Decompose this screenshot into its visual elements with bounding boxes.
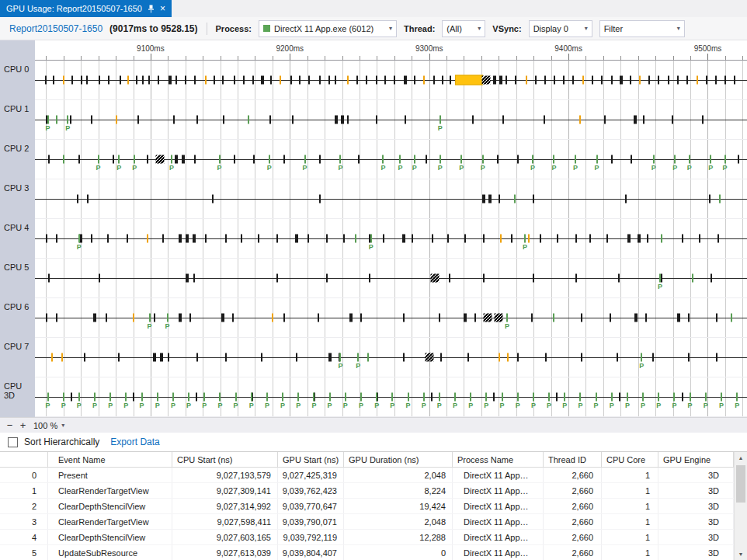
event-mark[interactable]	[455, 75, 483, 85]
document-tab[interactable]: GPU Usage: Report20150507-1650 ×	[0, 0, 172, 17]
event-mark[interactable]	[290, 76, 292, 85]
event-mark[interactable]	[394, 76, 395, 85]
event-mark[interactable]	[196, 116, 198, 124]
present-tick[interactable]	[67, 116, 68, 124]
present-marker[interactable]: P	[516, 402, 520, 409]
event-mark[interactable]	[248, 116, 249, 124]
event-mark[interactable]	[719, 195, 721, 203]
event-mark[interactable]	[225, 235, 227, 243]
event-mark[interactable]	[634, 116, 637, 124]
event-mark[interactable]	[639, 76, 641, 85]
present-tick[interactable]	[564, 393, 565, 402]
event-mark[interactable]	[625, 195, 627, 203]
present-marker[interactable]: P	[390, 402, 394, 409]
event-mark[interactable]	[283, 314, 285, 322]
present-marker[interactable]: P	[65, 125, 70, 132]
event-mark[interactable]	[709, 195, 711, 203]
present-tick[interactable]	[423, 393, 425, 402]
event-mark[interactable]	[193, 274, 195, 283]
event-mark[interactable]	[499, 76, 502, 85]
event-mark[interactable]	[63, 76, 64, 85]
event-mark[interactable]	[697, 76, 698, 85]
event-mark[interactable]	[158, 76, 159, 85]
event-mark[interactable]	[716, 353, 717, 362]
event-mark[interactable]	[582, 76, 584, 85]
event-mark[interactable]	[253, 155, 255, 164]
present-tick[interactable]	[553, 155, 554, 164]
present-marker[interactable]: P	[453, 402, 457, 409]
present-tick[interactable]	[642, 393, 644, 402]
event-mark[interactable]	[426, 155, 427, 164]
event-mark[interactable]	[423, 76, 425, 85]
event-mark[interactable]	[643, 116, 645, 124]
event-mark[interactable]	[221, 314, 224, 322]
column-header[interactable]: Process Name	[453, 452, 544, 468]
event-mark[interactable]	[120, 76, 121, 85]
event-mark[interactable]	[483, 235, 485, 243]
present-marker[interactable]: P	[234, 402, 238, 409]
present-marker[interactable]: P	[551, 165, 556, 172]
column-header[interactable]: Thread ID	[544, 452, 602, 468]
event-mark[interactable]	[71, 76, 73, 85]
present-tick[interactable]	[517, 393, 519, 402]
event-mark[interactable]	[116, 116, 117, 124]
event-mark[interactable]	[619, 393, 620, 402]
event-mark[interactable]	[692, 274, 693, 283]
event-mark[interactable]	[738, 155, 739, 164]
event-mark[interactable]	[589, 235, 591, 243]
present-marker[interactable]: P	[578, 402, 582, 409]
present-tick[interactable]	[736, 393, 738, 402]
present-tick[interactable]	[235, 393, 237, 402]
present-marker[interactable]: P	[217, 165, 221, 172]
event-mark[interactable]	[106, 314, 107, 322]
event-mark[interactable]	[295, 235, 298, 243]
event-mark[interactable]	[147, 155, 148, 164]
present-marker[interactable]: P	[723, 165, 728, 172]
event-mark[interactable]	[99, 76, 100, 85]
event-mark[interactable]	[634, 314, 638, 322]
present-marker[interactable]: P	[481, 165, 485, 172]
present-tick[interactable]	[440, 116, 441, 124]
event-mark[interactable]	[156, 155, 165, 164]
present-tick[interactable]	[382, 155, 384, 164]
event-mark[interactable]	[71, 393, 72, 402]
event-mark[interactable]	[367, 353, 369, 362]
present-tick[interactable]	[705, 393, 707, 402]
event-mark[interactable]	[699, 235, 700, 243]
event-mark[interactable]	[369, 274, 370, 283]
event-mark[interactable]	[627, 235, 631, 243]
present-marker[interactable]: P	[459, 165, 464, 172]
event-mark[interactable]	[194, 155, 196, 164]
event-mark[interactable]	[133, 314, 134, 322]
event-mark[interactable]	[223, 116, 224, 124]
event-mark[interactable]	[308, 76, 310, 85]
table-row[interactable]: 5UpdateSubResource9,027,613,0399,039,804…	[0, 545, 734, 560]
event-mark[interactable]	[261, 353, 262, 362]
event-mark[interactable]	[241, 235, 242, 243]
event-mark[interactable]	[581, 314, 582, 322]
present-tick[interactable]	[329, 393, 331, 402]
present-marker[interactable]: P	[735, 402, 739, 409]
event-mark[interactable]	[506, 76, 507, 85]
event-mark[interactable]	[46, 235, 47, 243]
present-tick[interactable]	[575, 155, 576, 164]
event-mark[interactable]	[168, 353, 169, 362]
event-mark[interactable]	[81, 76, 82, 85]
event-mark[interactable]	[234, 155, 235, 164]
event-mark[interactable]	[214, 76, 215, 85]
event-mark[interactable]	[56, 235, 57, 243]
present-tick[interactable]	[485, 393, 487, 402]
event-mark[interactable]	[225, 353, 227, 362]
event-mark[interactable]	[56, 116, 57, 124]
present-marker[interactable]: P	[639, 363, 644, 370]
event-mark[interactable]	[355, 235, 356, 243]
event-mark[interactable]	[196, 393, 197, 402]
event-mark[interactable]	[575, 274, 577, 283]
present-marker[interactable]: P	[594, 165, 599, 172]
event-mark[interactable]	[483, 274, 485, 283]
event-mark[interactable]	[51, 353, 53, 362]
present-tick[interactable]	[408, 393, 409, 402]
event-mark[interactable]	[482, 195, 485, 203]
event-mark[interactable]	[328, 353, 332, 362]
event-mark[interactable]	[160, 353, 163, 362]
